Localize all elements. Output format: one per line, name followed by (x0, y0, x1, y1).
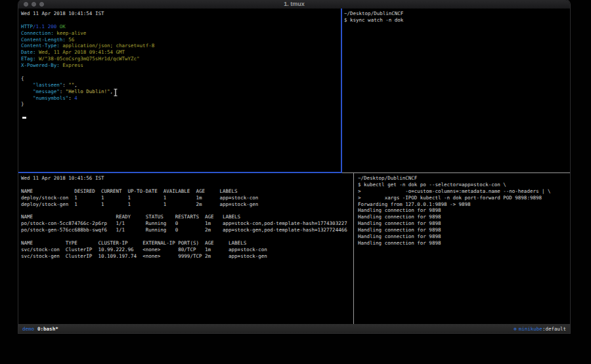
json-field-line: "lastseen": "", (21, 82, 341, 89)
timestamp-line: Wed 11 Apr 2018 10:41:56 IST (21, 175, 353, 182)
output-line: Handling connection for 9898 (358, 227, 570, 233)
output-line: Handling connection for 9898 (358, 214, 570, 220)
command-line: $ kubectl get -n dok po --selector=app=s… (358, 182, 570, 188)
pods-header: NAME READY STATUS RESTARTS AGE LABELS (21, 214, 353, 220)
tmux-status-bar: demo 0:bash* ⊛ minikube :default (18, 324, 570, 333)
json-comma: , (74, 82, 77, 88)
json-field-line: "numsymbols": 4 (21, 95, 341, 102)
timestamp-line: Wed 11 Apr 2018 10:41:54 IST (21, 10, 341, 17)
status-bar-left: demo 0:bash* (22, 326, 58, 332)
json-value: 4 (74, 95, 77, 101)
header-value: W/"38-05coCsrg3mQ75sHr1d/qcWTwYZc" (39, 56, 140, 62)
header-value: Wed, 11 Apr 2018 09:41:54 GMT (39, 49, 125, 55)
terminal-cursor-line (21, 114, 341, 121)
http-header-line: Content-Length:56 (21, 37, 341, 43)
json-field-line: "message": "Hello Dublin!", (21, 89, 341, 95)
header-value: Express (62, 62, 83, 68)
json-open-brace: { (21, 75, 341, 82)
traffic-lights (24, 2, 44, 7)
pod-row: po/stock-con-5cc874766c-2p6rp 1/1 Runnin… (21, 220, 353, 227)
output-line: Handling connection for 9898 (358, 207, 570, 214)
services-header: NAME TYPE CLUSTER-IP EXTERNAL-IP PORT(S)… (21, 240, 353, 247)
window-tab[interactable]: 0:bash* (37, 326, 58, 332)
cwd-line: ~/Desktop/DublinCNCF (358, 175, 570, 182)
header-name: X-Powered-By: (21, 62, 60, 68)
terminal-cursor (22, 117, 26, 119)
json-key: "numsymbols" (21, 95, 68, 101)
pane-port-forward[interactable]: ~/Desktop/DublinCNCF $ kubectl get -n do… (354, 173, 570, 324)
pod-row: po/stock-gen-576cc688bb-swqf6 1/1 Runnin… (21, 227, 353, 233)
json-value: "Hello Dublin!" (66, 89, 110, 94)
kubernetes-helm-icon: ⊛ (514, 326, 517, 332)
json-key: "lastseen" (21, 82, 62, 88)
service-row: svc/stock-gen ClusterIP 10.109.197.74 <n… (21, 253, 353, 260)
pane-divider-vertical-top[interactable] (341, 9, 342, 172)
desktop: 1. tmux Wed 11 Apr 2018 10:41:54 IST HTT… (0, 0, 591, 364)
kube-namespace: :default (542, 326, 566, 332)
header-name: Connection: (21, 30, 54, 36)
text-cursor-pointer (113, 89, 118, 96)
http-header-line: X-Powered-By:Express (21, 62, 341, 69)
window-titlebar[interactable]: 1. tmux (18, 0, 570, 9)
window-title: 1. tmux (18, 0, 570, 9)
header-name: Content-Length: (21, 37, 66, 43)
header-value: application/json; charset=utf-8 (62, 43, 154, 49)
command-line: $ ksync watch -n dok (344, 17, 570, 24)
command-continuation-line: > -o=custom-columns=:metadata.name --no-… (358, 188, 570, 195)
header-name: Date: (21, 49, 36, 55)
output-line: Forwarding from 127.0.0.1:9898 -> 9898 (358, 201, 570, 208)
http-status-ok: OK (60, 24, 66, 30)
kube-context: minikube (519, 326, 542, 332)
header-name: Content-Type: (21, 43, 60, 49)
output-line: Handling connection for 9898 (358, 233, 570, 240)
close-button[interactable] (24, 2, 28, 7)
http-status-line: HTTP/1.1 200OK (21, 24, 341, 30)
tmux-session: Wed 11 Apr 2018 10:41:54 IST HTTP/1.1 20… (18, 9, 570, 324)
json-value: "" (68, 82, 74, 88)
session-name: demo (22, 326, 34, 332)
json-separator: : (62, 82, 68, 88)
json-separator: : (68, 95, 74, 101)
pane-ksync[interactable]: ~/Desktop/DublinCNCF $ ksync watch -n do… (342, 9, 570, 172)
header-value: 56 (68, 37, 74, 43)
service-row: svc/stock-con ClusterIP 10.99.222.96 <no… (21, 247, 353, 253)
terminal-window: 1. tmux Wed 11 Apr 2018 10:41:54 IST HTT… (18, 0, 570, 333)
http-header-line: ETag:W/"38-05coCsrg3mQ75sHr1d/qcWTwYZc" (21, 56, 341, 62)
http-proto: HTTP (21, 24, 33, 30)
json-close-brace: } (21, 101, 341, 108)
deployment-row: deploy/stock-con 1 1 1 1 1m app=stock-co… (21, 195, 353, 201)
pane-kubectl-watch[interactable]: Wed 11 Apr 2018 10:41:56 IST NAME DESIRE… (18, 173, 353, 324)
json-key: "message" (21, 89, 60, 94)
deployments-header: NAME DESIRED CURRENT UP-TO-DATE AVAILABL… (21, 188, 353, 195)
zoom-button[interactable] (39, 2, 44, 7)
deployment-row: deploy/stock-gen 1 1 1 1 2m app=stock-ge… (21, 201, 353, 208)
output-line: Handling connection for 9898 (358, 240, 570, 247)
output-line: Handling connection for 9898 (358, 220, 570, 227)
http-header-line: Connection:keep-alive (21, 30, 341, 37)
json-separator: : (60, 89, 66, 94)
pane-http-response[interactable]: Wed 11 Apr 2018 10:41:54 IST HTTP/1.1 20… (18, 9, 341, 172)
header-value: keep-alive (56, 30, 86, 36)
http-header-line: Date:Wed, 11 Apr 2018 09:41:54 GMT (21, 49, 341, 56)
status-bar-right: ⊛ minikube :default (514, 326, 566, 332)
command-continuation-line: > xargs -IPOD kubectl -n dok port-forwar… (358, 195, 570, 201)
http-version-code: /1.1 200 (33, 24, 56, 30)
minimize-button[interactable] (32, 2, 36, 7)
header-name: ETag: (21, 56, 36, 62)
cwd-line: ~/Desktop/DublinCNCF (344, 10, 570, 17)
http-header-line: Content-Type:application/json; charset=u… (21, 43, 341, 49)
